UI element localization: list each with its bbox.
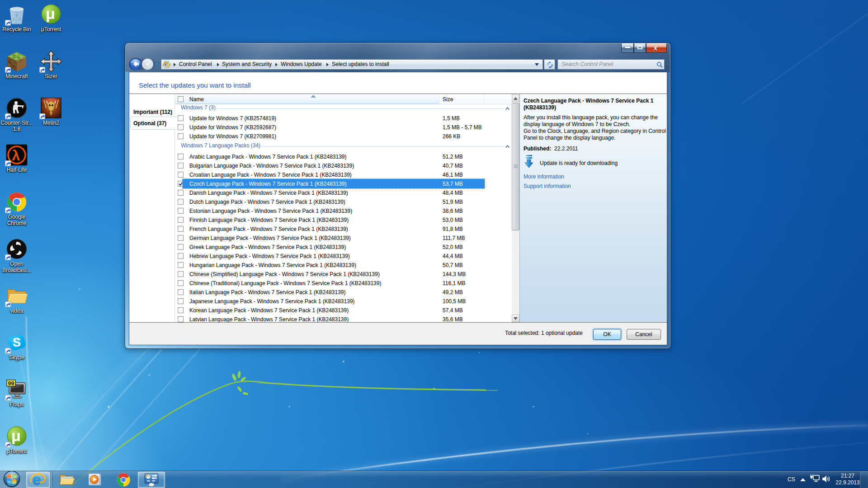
svg-text:μ: μ xyxy=(46,5,55,22)
svg-text:99: 99 xyxy=(8,380,14,387)
svg-text:μ: μ xyxy=(11,427,21,444)
svg-text:λ: λ xyxy=(12,147,20,164)
svg-text:S: S xyxy=(13,336,21,349)
